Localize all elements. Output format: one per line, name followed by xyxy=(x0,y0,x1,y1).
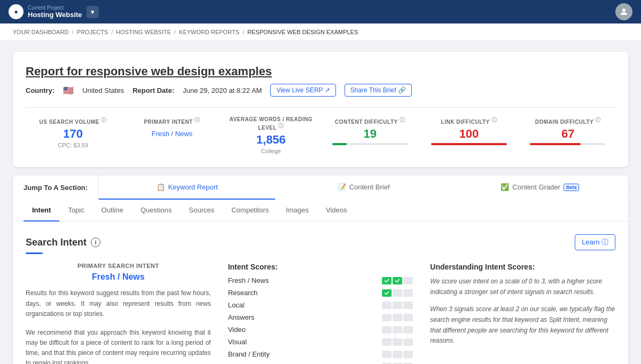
sub-tab-sources[interactable]: Sources xyxy=(181,200,223,221)
keyword-report-icon: 📋 xyxy=(157,183,165,191)
domain-difficulty-info[interactable]: ⓘ xyxy=(595,117,601,123)
content-difficulty-value: 19 xyxy=(323,127,417,141)
link-difficulty-value: 100 xyxy=(421,127,516,141)
primary-intent-value[interactable]: Fresh / News xyxy=(152,130,193,138)
breadcrumb-keyword-reports[interactable]: KEYWORD REPORTS xyxy=(179,29,239,35)
breadcrumb-projects[interactable]: PROJECTS xyxy=(77,29,108,35)
link-difficulty-info[interactable]: ⓘ xyxy=(491,117,497,123)
top-nav: ● Current Project Hosting Website ▾ xyxy=(0,0,641,23)
content-brief-label: Content Brief xyxy=(349,183,390,191)
domain-difficulty-progress xyxy=(530,143,606,145)
primary-intent-section-value: Fresh / News xyxy=(26,272,211,282)
learn-button[interactable]: Learn ⓘ xyxy=(575,234,615,250)
intent-score-name: Answers xyxy=(228,313,282,321)
primary-intent-info[interactable]: ⓘ xyxy=(194,117,200,123)
view-live-serp-button[interactable]: View Live SERP ↗ xyxy=(270,84,335,97)
stat-domain-difficulty: DOMAIN DIFFICULTY ⓘ 67 xyxy=(521,116,615,154)
stats-row: US SEARCH VOLUME ⓘ 170 CPC: $3.59 PRIMAR… xyxy=(26,107,615,154)
tab-content-grader[interactable]: ✅ Content Grader Beta xyxy=(452,176,628,200)
report-meta: Country: 🇺🇸 United States Report Date: J… xyxy=(26,84,615,97)
breadcrumb-hosting[interactable]: HOSTING WEBSITE xyxy=(116,29,171,35)
intent-col-understanding: Understanding Intent Scores: We score us… xyxy=(430,263,615,364)
sub-tab-videos[interactable]: Videos xyxy=(317,200,356,221)
content-difficulty-progress xyxy=(332,143,408,145)
domain-difficulty-label: DOMAIN DIFFICULTY ⓘ xyxy=(521,116,615,125)
primary-intent-section-label: PRIMARY SEARCH INTENT xyxy=(26,263,211,269)
intent-score-name: Research xyxy=(228,289,282,297)
project-dropdown-button[interactable]: ▾ xyxy=(87,6,99,18)
score-block-empty xyxy=(393,302,402,309)
outer-wrap: Jump To A Section: 📋 Keyword Report 📝 Co… xyxy=(13,176,628,364)
link-difficulty-label: LINK DIFFICULTY ⓘ xyxy=(421,116,516,125)
content-grader-label: Content Grader xyxy=(512,183,560,191)
breadcrumb-sep-1: / xyxy=(72,29,74,35)
content-difficulty-info[interactable]: ⓘ xyxy=(400,117,405,123)
nav-left: ● Current Project Hosting Website ▾ xyxy=(9,4,99,19)
sub-tab-topic[interactable]: Topic xyxy=(59,200,92,221)
beta-badge: Beta xyxy=(564,184,580,191)
section-nav: Jump To A Section: 📋 Keyword Report 📝 Co… xyxy=(13,176,628,200)
country-label: Country: xyxy=(26,86,54,94)
intent-title: Search Intent i xyxy=(26,237,100,248)
jump-to-section-label: Jump To A Section: xyxy=(13,176,99,200)
score-block-empty xyxy=(403,289,413,297)
domain-difficulty-progress-fill xyxy=(530,143,581,145)
breadcrumb-dashboard[interactable]: YOUR DASHBOARD xyxy=(13,29,69,35)
avg-words-info[interactable]: ⓘ xyxy=(278,123,284,129)
avg-words-label: AVERAGE WORDS / READING LEVEL ⓘ xyxy=(224,116,318,131)
stat-avg-words: AVERAGE WORDS / READING LEVEL ⓘ 1,856 Co… xyxy=(224,116,318,154)
sub-tab-questions[interactable]: Questions xyxy=(132,200,181,221)
user-avatar[interactable] xyxy=(615,3,632,20)
understanding-text-1: We score user intent on a scale of 0 to … xyxy=(430,276,615,298)
score-block-empty xyxy=(393,314,402,321)
score-blocks xyxy=(382,277,413,284)
score-block-empty xyxy=(393,338,402,346)
intent-col-scores: Intent Scores: Fresh / NewsResearchLocal… xyxy=(228,263,413,364)
current-project-label: Current Project xyxy=(28,5,82,11)
breadcrumb-sep-2: / xyxy=(111,29,113,35)
score-block-empty xyxy=(382,338,392,346)
score-blocks xyxy=(382,289,413,297)
content-difficulty-label: CONTENT DIFFICULTY ⓘ xyxy=(323,116,417,125)
link-difficulty-progress xyxy=(431,143,507,145)
project-info: Current Project Hosting Website xyxy=(28,5,82,19)
tab-content-brief[interactable]: 📝 Content Brief xyxy=(275,176,451,200)
breadcrumb-sep-4: / xyxy=(243,29,244,35)
stat-content-difficulty: CONTENT DIFFICULTY ⓘ 19 xyxy=(323,116,417,154)
main-content: Report for responsive web design example… xyxy=(0,41,641,364)
sub-tab-intent[interactable]: Intent xyxy=(24,200,59,221)
score-block-empty xyxy=(382,351,392,358)
sub-tab-images[interactable]: Images xyxy=(277,200,317,221)
score-block-filled xyxy=(382,277,392,284)
search-volume-info[interactable]: ⓘ xyxy=(101,117,107,123)
sub-tabs: Intent Topic Outline Questions Sources C… xyxy=(13,200,628,221)
intent-score-name: Local xyxy=(228,301,282,309)
share-this-brief-button[interactable]: Share This Brief 🔗 xyxy=(345,84,412,97)
intent-col-primary: PRIMARY SEARCH INTENT Fresh / News Resul… xyxy=(26,263,211,364)
sub-tab-outline[interactable]: Outline xyxy=(93,200,132,221)
intent-desc-1: Results for this keyword suggest results… xyxy=(26,288,211,319)
score-block-empty xyxy=(403,338,413,346)
link-difficulty-progress-fill xyxy=(431,143,507,145)
report-card: Report for responsive web design example… xyxy=(13,52,628,167)
score-block-empty xyxy=(403,351,413,358)
score-block-empty xyxy=(393,326,402,334)
report-title-prefix: Report for xyxy=(26,65,85,78)
section-nav-tabs: 📋 Keyword Report 📝 Content Brief ✅ Conte… xyxy=(99,176,628,200)
score-block-empty xyxy=(393,351,402,358)
tab-keyword-report[interactable]: 📋 Keyword Report xyxy=(99,176,275,200)
intent-score-name: Brand / Entity xyxy=(228,350,282,358)
sub-tab-competitors[interactable]: Competitors xyxy=(223,200,277,221)
intent-score-row: Research xyxy=(228,289,413,297)
domain-difficulty-value: 67 xyxy=(521,127,615,141)
score-block-empty xyxy=(403,277,413,284)
intent-score-row: Brand / Entity xyxy=(228,350,413,358)
intent-info-icon[interactable]: i xyxy=(91,238,100,247)
intent-scores-title: Intent Scores: xyxy=(228,263,413,271)
score-blocks xyxy=(382,314,413,321)
intent-scores-list: Fresh / NewsResearchLocalAnswersVideoVis… xyxy=(228,276,413,364)
country-name: United States xyxy=(82,86,124,94)
score-block-filled xyxy=(393,277,402,284)
content-difficulty-progress-fill xyxy=(332,143,347,145)
score-blocks xyxy=(382,351,413,358)
